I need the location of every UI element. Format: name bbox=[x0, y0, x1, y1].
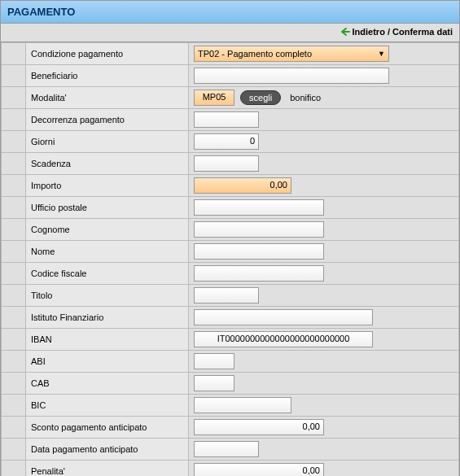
iban-input[interactable]: IT0000000000000000000000000 bbox=[194, 331, 373, 347]
back-arrow-icon bbox=[340, 27, 350, 37]
data-sconto-input[interactable] bbox=[194, 441, 259, 457]
label-cab: CAB bbox=[26, 373, 189, 395]
nome-input[interactable] bbox=[194, 243, 324, 260]
label-sconto: Sconto pagamento anticipato bbox=[26, 417, 189, 439]
label-titolo: Titolo bbox=[26, 285, 189, 307]
codfisc-input[interactable] bbox=[194, 265, 324, 282]
back-confirm-button-top[interactable]: Indietro / Conferma dati bbox=[340, 27, 453, 37]
label-condizione: Condizione pagamento bbox=[26, 43, 189, 65]
decorrenza-input[interactable] bbox=[194, 111, 259, 128]
penalita-input[interactable]: 0,00 bbox=[194, 463, 324, 476]
ufficio-input[interactable] bbox=[194, 199, 324, 216]
abi-input[interactable] bbox=[194, 353, 234, 369]
sconto-input[interactable]: 0,00 bbox=[194, 419, 324, 435]
panel-title: PAGAMENTO bbox=[1, 1, 459, 24]
scadenza-input[interactable] bbox=[194, 155, 259, 172]
cab-input[interactable] bbox=[194, 375, 234, 391]
label-scadenza: Scadenza bbox=[26, 153, 189, 175]
toolbar-top: Indietro / Conferma dati bbox=[1, 24, 459, 42]
label-importo: Importo bbox=[26, 175, 189, 197]
scegli-button[interactable]: scegli bbox=[240, 90, 281, 105]
label-iban: IBAN bbox=[26, 329, 189, 351]
titolo-input[interactable] bbox=[194, 287, 259, 304]
beneficiario-input[interactable] bbox=[194, 68, 389, 84]
label-abi: ABI bbox=[26, 351, 189, 373]
label-giorni: Giorni bbox=[26, 131, 189, 153]
payment-panel: PAGAMENTO Indietro / Conferma dati Condi… bbox=[0, 0, 460, 476]
importo-input[interactable]: 0,00 bbox=[194, 177, 291, 194]
cognome-input[interactable] bbox=[194, 221, 324, 238]
form-table: Condizione pagamento TP02 - Pagamento co… bbox=[1, 42, 459, 476]
giorni-input[interactable]: 0 bbox=[194, 133, 259, 150]
toolbar-label: Indietro / Conferma dati bbox=[353, 27, 453, 37]
label-penalita: Penalita' bbox=[26, 461, 189, 477]
label-bic: BIC bbox=[26, 395, 189, 417]
label-nome: Nome bbox=[26, 241, 189, 263]
condizione-select[interactable]: TP02 - Pagamento completo ▼ bbox=[194, 46, 389, 62]
istituto-input[interactable] bbox=[194, 309, 373, 325]
modalita-code-input[interactable]: MP05 bbox=[194, 90, 234, 106]
label-decorrenza: Decorrenza pagamento bbox=[26, 109, 189, 131]
label-modalita: Modalita' bbox=[26, 87, 189, 109]
label-istituto: Istituto Finanziario bbox=[26, 307, 189, 329]
label-beneficiario: Beneficiario bbox=[26, 65, 189, 87]
bic-input[interactable] bbox=[194, 397, 291, 413]
label-codfisc: Codice fiscale bbox=[26, 263, 189, 285]
label-data-sconto: Data pagamento anticipato bbox=[26, 439, 189, 461]
label-cognome: Cognome bbox=[26, 219, 189, 241]
chevron-down-icon: ▼ bbox=[378, 50, 385, 58]
modalita-text: bonifico bbox=[290, 93, 321, 103]
label-ufficio: Ufficio postale bbox=[26, 197, 189, 219]
